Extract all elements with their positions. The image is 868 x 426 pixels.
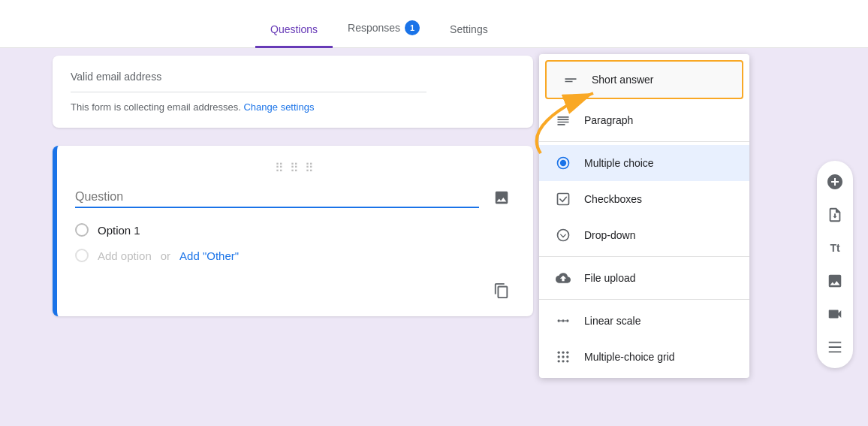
- main-content: Valid email address This form is collect…: [0, 48, 868, 426]
- tab-settings[interactable]: Settings: [435, 11, 503, 48]
- svg-point-5: [562, 319, 564, 322]
- svg-point-11: [566, 352, 568, 354]
- dropdown-item-file-upload[interactable]: File upload: [539, 260, 749, 296]
- dropdown-icon: [554, 226, 572, 244]
- multiple-choice-icon: [554, 154, 572, 172]
- option-1-label: Option 1: [98, 224, 140, 237]
- email-card: Valid email address This form is collect…: [53, 56, 533, 128]
- add-option-separator: or: [161, 249, 170, 262]
- question-type-dropdown: Short answer Paragraph Multiple choice: [539, 54, 749, 378]
- add-image-to-question-button[interactable]: [488, 184, 515, 211]
- add-image-button[interactable]: [820, 266, 850, 296]
- add-other-link[interactable]: Add "Other": [179, 249, 239, 262]
- svg-point-15: [558, 360, 560, 362]
- linear-scale-label: Linear scale: [584, 315, 641, 327]
- email-underline: [71, 92, 426, 92]
- svg-point-13: [562, 355, 564, 358]
- card-footer: [75, 268, 515, 304]
- tab-responses[interactable]: Responses 1: [333, 8, 435, 48]
- drag-handle[interactable]: ⠿ ⠿ ⠿: [75, 161, 515, 175]
- dropdown-item-linear-scale[interactable]: Linear scale: [539, 303, 749, 339]
- copy-question-button[interactable]: [488, 277, 515, 304]
- dropdown-item-multiple-choice[interactable]: Multiple choice: [539, 145, 749, 181]
- add-section-button[interactable]: [820, 332, 850, 362]
- checkboxes-icon: [554, 190, 572, 208]
- short-answer-icon: [562, 71, 580, 89]
- tab-responses-label: Responses: [348, 22, 400, 34]
- svg-point-16: [562, 360, 564, 362]
- dropdown-divider-3: [539, 299, 749, 300]
- dropdown-item-short-answer[interactable]: Short answer: [545, 60, 743, 99]
- svg-point-3: [558, 230, 569, 241]
- dropdown-label: Drop-down: [584, 229, 635, 241]
- dropdown-divider-2: [539, 256, 749, 257]
- short-answer-label: Short answer: [592, 74, 653, 86]
- dropdown-item-dropdown[interactable]: Drop-down: [539, 217, 749, 253]
- file-upload-label: File upload: [584, 272, 636, 284]
- add-video-button[interactable]: [820, 299, 850, 329]
- add-option-row: Add option or Add "Other": [75, 243, 515, 268]
- add-question-button[interactable]: [820, 167, 850, 197]
- dropdown-item-checkboxes[interactable]: Checkboxes: [539, 181, 749, 217]
- paragraph-icon: [554, 111, 572, 129]
- svg-point-1: [560, 160, 566, 166]
- dropdown-item-multiple-choice-grid[interactable]: Multiple-choice grid: [539, 339, 749, 375]
- email-notice: This form is collecting email addresses.…: [71, 101, 515, 113]
- question-input-row: [75, 184, 515, 211]
- file-upload-icon: [554, 269, 572, 287]
- dropdown-divider-1: [539, 141, 749, 142]
- svg-point-14: [566, 355, 568, 358]
- checkboxes-label: Checkboxes: [584, 193, 642, 205]
- multiple-choice-grid-icon: [554, 348, 572, 366]
- email-card-title: Valid email address: [71, 71, 515, 83]
- right-sidebar: Tt: [817, 161, 853, 368]
- multiple-choice-grid-label: Multiple-choice grid: [584, 351, 675, 363]
- responses-badge: 1: [405, 20, 420, 35]
- option-1-radio[interactable]: [75, 223, 89, 237]
- question-input[interactable]: [75, 187, 479, 208]
- import-questions-button[interactable]: [820, 200, 850, 230]
- tab-settings-label: Settings: [450, 23, 488, 35]
- add-option-text[interactable]: Add option: [98, 249, 152, 262]
- dropdown-item-paragraph[interactable]: Paragraph: [539, 102, 749, 138]
- option-1-row: Option 1: [75, 217, 515, 243]
- svg-point-6: [566, 319, 568, 322]
- svg-rect-2: [558, 194, 569, 205]
- svg-point-10: [562, 352, 564, 354]
- change-settings-link[interactable]: Change settings: [243, 101, 314, 113]
- svg-point-4: [558, 319, 560, 322]
- multiple-choice-label: Multiple choice: [584, 157, 654, 169]
- add-title-button[interactable]: Tt: [820, 233, 850, 263]
- tab-questions-label: Questions: [270, 23, 318, 35]
- svg-point-9: [558, 352, 560, 354]
- paragraph-label: Paragraph: [584, 114, 633, 126]
- linear-scale-icon: [554, 312, 572, 330]
- add-option-radio: [75, 249, 89, 262]
- svg-point-12: [558, 355, 560, 358]
- email-notice-text: This form is collecting email addresses.: [71, 101, 241, 113]
- top-navigation: Questions Responses 1 Settings: [0, 0, 868, 48]
- svg-point-17: [566, 360, 568, 362]
- question-card: ⠿ ⠿ ⠿ Option 1 Add option or Add "Other": [53, 146, 533, 316]
- tab-questions[interactable]: Questions: [255, 11, 333, 48]
